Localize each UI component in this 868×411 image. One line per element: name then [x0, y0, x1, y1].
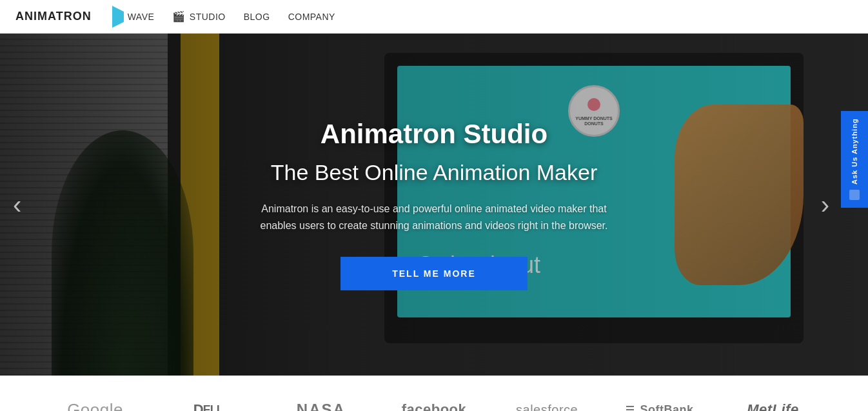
wave-icon [112, 12, 124, 22]
nav-studio-label: STUDIO [190, 12, 226, 22]
hero-title: Animatron Studio [247, 119, 621, 150]
next-slide-button[interactable]: › [814, 184, 836, 226]
nav-item-wave[interactable]: WAVE [112, 12, 155, 22]
nav-company-label: COMPANY [288, 12, 335, 22]
softbank-lines-icon [626, 406, 634, 411]
nav-item-company[interactable]: COMPANY [288, 12, 335, 22]
hero-content: Animatron Studio The Best Online Animati… [234, 119, 634, 290]
logo-dell: DELL [193, 401, 223, 411]
logo-nasa: NASA [297, 401, 346, 411]
cta-button[interactable]: TELL ME MORE [340, 257, 528, 290]
hero-subtitle: The Best Online Animation Maker [247, 160, 621, 185]
brand-logo[interactable]: ANIMATRON [15, 10, 92, 23]
logo-metlife: MetLife [747, 401, 799, 411]
logo-facebook: facebook [402, 401, 467, 411]
ask-us-tab[interactable]: Ask Us Anything [841, 111, 868, 208]
studio-icon: 🎬 [172, 10, 186, 23]
logos-section: Google DELL NASA facebook salesforce Sof… [0, 376, 868, 411]
logo-salesforce: salesforce [516, 403, 578, 412]
nav-item-studio[interactable]: 🎬 STUDIO [172, 10, 225, 23]
nav-blog-label: BLOG [244, 12, 270, 22]
nav-item-blog[interactable]: BLOG [244, 12, 270, 22]
nav-menu: WAVE 🎬 STUDIO BLOG COMPANY [112, 10, 335, 23]
logo-softbank: SoftBank [626, 403, 694, 412]
logo-google: Google [67, 400, 123, 412]
ask-tab-label: Ask Us Anything [851, 119, 858, 185]
prev-slide-button[interactable]: ‹ [6, 184, 28, 226]
hero-description: Animatron is an easy-to-use and powerful… [247, 201, 621, 234]
navbar: ANIMATRON WAVE 🎬 STUDIO BLOG COMPANY [0, 0, 868, 34]
nav-wave-label: WAVE [128, 12, 155, 22]
ask-tab-icon [849, 190, 860, 200]
hero-section: YUMMY DONUTSDONUTS Order donut ‹ › Ask U… [0, 34, 868, 376]
